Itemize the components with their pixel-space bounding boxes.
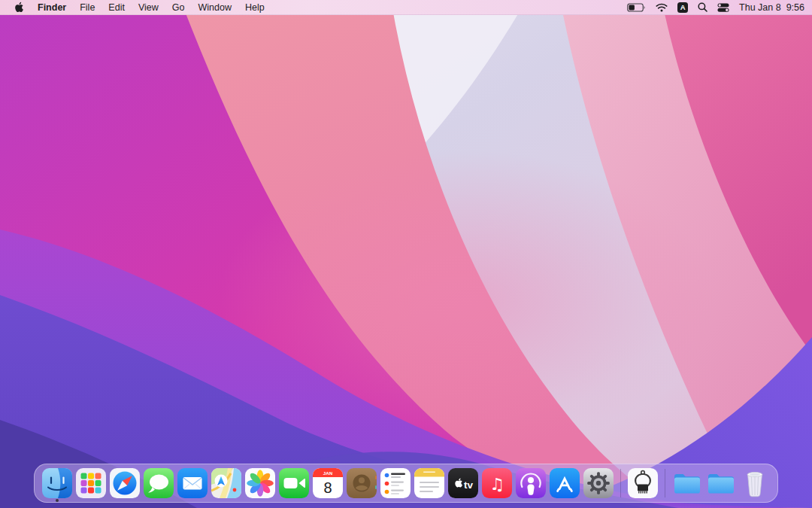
dock-item-app-store[interactable] <box>549 467 580 499</box>
dock-item-folder-2[interactable] <box>705 467 737 499</box>
apple-tv-label: tv <box>464 479 473 491</box>
dock-item-podcasts[interactable] <box>515 467 547 499</box>
dock-item-contacts[interactable] <box>346 467 377 499</box>
dock-item-finder[interactable] <box>41 467 73 499</box>
dock-item-safari[interactable] <box>109 467 141 499</box>
dock-item-chip-utility[interactable] <box>627 467 659 499</box>
music-note-glyph: ♫ <box>489 475 504 494</box>
chip-extractor-icon <box>627 467 659 499</box>
menu-bar-clock[interactable]: Thu Jan 8 9:56 <box>739 2 804 13</box>
dock-item-system-preferences[interactable] <box>583 467 614 499</box>
facetime-icon <box>278 467 310 499</box>
dock-separator <box>620 469 621 497</box>
menu-bar: Finder File Edit View Go Window Help <box>0 0 812 15</box>
dock-item-calendar[interactable]: JAN 8 <box>312 467 344 499</box>
trash-icon <box>739 467 771 499</box>
notes-icon <box>414 467 445 499</box>
dock-separator <box>665 469 665 497</box>
dock-item-folder-1[interactable] <box>671 467 703 499</box>
safari-icon <box>109 467 141 499</box>
menu-window[interactable]: Window <box>191 2 238 13</box>
desktop-wallpaper <box>0 0 812 508</box>
dock-item-messages[interactable] <box>143 467 174 499</box>
macos-desktop: Finder File Edit View Go Window Help <box>0 0 812 508</box>
clock-time: 9:56 <box>786 2 804 13</box>
dock-item-music[interactable]: ♫ <box>481 467 513 499</box>
dock-item-launchpad[interactable] <box>75 467 107 499</box>
menu-bar-status-area: A Thu Jan 8 9:56 <box>627 2 804 13</box>
contacts-icon <box>346 467 377 499</box>
menu-bar-left: Finder File Edit View Go Window Help <box>8 2 271 13</box>
reminders-icon <box>380 467 411 499</box>
finder-running-indicator <box>56 499 59 502</box>
mail-icon <box>177 467 208 499</box>
menu-go[interactable]: Go <box>165 2 192 13</box>
system-preferences-icon <box>583 467 614 499</box>
battery-icon[interactable] <box>627 3 646 12</box>
music-icon: ♫ <box>481 467 513 499</box>
photos-icon <box>244 467 276 499</box>
dock-item-photos[interactable] <box>244 467 276 499</box>
dock-item-mail[interactable] <box>177 467 208 499</box>
finder-icon <box>41 467 73 499</box>
apple-logo-icon <box>14 2 24 13</box>
menu-app-name[interactable]: Finder <box>31 2 73 13</box>
menu-edit[interactable]: Edit <box>102 2 132 13</box>
maps-icon <box>211 467 242 499</box>
menu-file[interactable]: File <box>73 2 102 13</box>
podcasts-icon <box>515 467 547 499</box>
dock-item-reminders[interactable] <box>380 467 411 499</box>
apple-tv-icon: tv <box>447 467 479 499</box>
dock: JAN 8 <box>34 464 778 503</box>
keyboard-input-icon[interactable]: A <box>677 2 688 13</box>
apple-menu[interactable] <box>8 2 31 13</box>
menu-view[interactable]: View <box>132 2 165 13</box>
launchpad-icon <box>75 467 107 499</box>
dock-item-notes[interactable] <box>414 467 445 499</box>
dock-item-apple-tv[interactable]: tv <box>447 467 479 499</box>
clock-date: Thu Jan 8 <box>739 2 781 13</box>
wallpaper-waves-graphic <box>0 0 812 508</box>
dock-item-trash[interactable] <box>739 467 771 499</box>
calendar-icon: JAN 8 <box>312 467 344 499</box>
dock-item-facetime[interactable] <box>278 467 310 499</box>
dock-item-maps[interactable] <box>211 467 242 499</box>
control-center-icon[interactable] <box>717 3 729 12</box>
folder-icon <box>705 467 737 499</box>
folder-icon <box>671 467 703 499</box>
spotlight-search-icon[interactable] <box>698 2 707 12</box>
messages-icon <box>143 467 174 499</box>
menu-help[interactable]: Help <box>238 2 271 13</box>
calendar-month-label: JAN <box>323 470 333 476</box>
app-store-icon <box>549 467 580 499</box>
wifi-icon[interactable] <box>656 3 668 12</box>
calendar-day-label: 8 <box>323 479 332 496</box>
